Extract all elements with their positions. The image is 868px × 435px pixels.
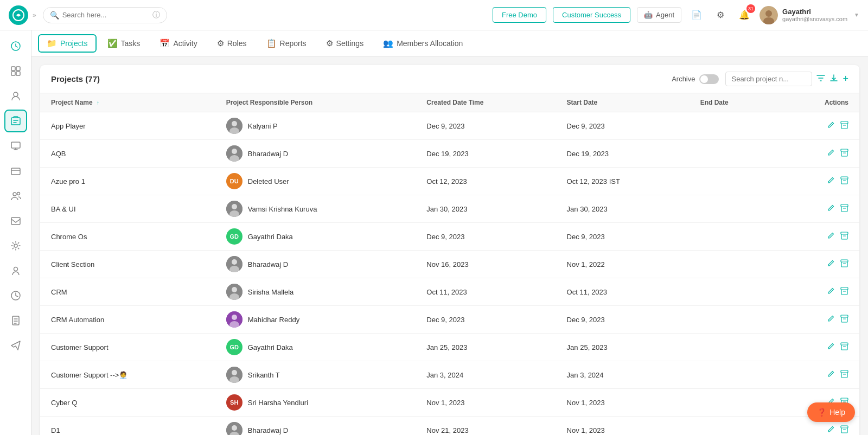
- table-row: Customer Support -->🧑‍💼 Srikanth T Jan 3…: [40, 361, 859, 389]
- sidebar-item-billing[interactable]: [4, 159, 27, 182]
- tab-settings[interactable]: ⚙ Settings: [317, 34, 373, 53]
- edit-button[interactable]: [827, 204, 835, 214]
- sidebar-item-projects[interactable]: [4, 110, 27, 132]
- archive-toggle-area: Archive: [672, 74, 719, 84]
- svg-rect-55: [841, 426, 848, 428]
- archive-row-button[interactable]: [840, 149, 848, 158]
- sidebar-item-docs[interactable]: [4, 309, 27, 332]
- svg-rect-28: [841, 177, 848, 179]
- tab-projects[interactable]: 📁 Projects: [38, 34, 97, 53]
- user-profile[interactable]: Gayathri gayathri@snovasys.com ▼: [760, 6, 859, 24]
- sidebar-item-send[interactable]: [4, 334, 27, 357]
- created-date-cell: Jan 30, 2023: [416, 195, 556, 223]
- tab-members[interactable]: 👥 Members Allocation: [374, 34, 471, 53]
- sidebar-item-user2[interactable]: [4, 259, 27, 282]
- edit-button[interactable]: [827, 176, 835, 186]
- archive-row-button[interactable]: [840, 425, 848, 435]
- start-date-cell: Nov 1, 2023: [556, 389, 690, 417]
- svg-rect-23: [841, 121, 848, 124]
- project-name-cell: Cyber Q: [40, 389, 215, 417]
- svg-point-35: [232, 259, 237, 265]
- settings-button[interactable]: ⚙: [712, 7, 729, 24]
- responsible-cell: Vamsi Krishna Kuruva: [215, 195, 416, 223]
- svg-rect-50: [841, 370, 848, 373]
- search-project-input[interactable]: [725, 72, 812, 86]
- edit-button[interactable]: [827, 287, 835, 297]
- archive-row-button[interactable]: [840, 342, 848, 352]
- sidebar-item-mail[interactable]: [4, 209, 27, 232]
- archive-row-button[interactable]: [840, 370, 848, 380]
- responsible-cell: DU Deleted User: [215, 168, 416, 195]
- sort-icon[interactable]: ↑: [97, 100, 99, 106]
- search-bar[interactable]: 🔍 ⓘ: [43, 7, 167, 23]
- edit-button[interactable]: [827, 121, 835, 131]
- download-icon[interactable]: [829, 74, 838, 85]
- archive-row-button[interactable]: [840, 176, 848, 186]
- filter-icon[interactable]: [816, 74, 825, 85]
- table-row: CRM Automation Mahidhar Reddy Dec 9, 202…: [40, 306, 859, 334]
- archive-row-button[interactable]: [840, 121, 848, 131]
- settings-nav-icon: ⚙: [326, 39, 333, 48]
- documents-button[interactable]: 📄: [688, 7, 705, 24]
- archive-toggle-switch[interactable]: [699, 74, 719, 84]
- sidebar-item-clock2[interactable]: [4, 284, 27, 307]
- responsible-name: Bharadwaj D: [248, 150, 288, 158]
- start-date-cell: Jan 3, 2024: [556, 361, 690, 389]
- sidebar-item-profile[interactable]: [4, 85, 27, 107]
- gear-icon: ⚙: [717, 10, 724, 20]
- customer-success-button[interactable]: Customer Success: [553, 7, 630, 23]
- responsible-cell: Bharadwaj D: [215, 417, 416, 436]
- tab-tasks[interactable]: ✅ Tasks: [99, 34, 149, 53]
- expand-icon[interactable]: »: [33, 11, 36, 19]
- info-icon[interactable]: ⓘ: [152, 10, 160, 20]
- responsible-name: Gayathri Daka: [248, 343, 293, 351]
- edit-button[interactable]: [827, 315, 835, 324]
- table-row: AQB Bharadwaj D Dec 19, 2023 Dec 19, 202…: [40, 140, 859, 168]
- tab-roles[interactable]: ⚙ Roles: [208, 34, 256, 53]
- sidebar: [0, 30, 31, 435]
- col-start-date: Start Date: [556, 93, 690, 112]
- edit-button[interactable]: [827, 232, 835, 241]
- actions-cell: [778, 223, 859, 251]
- archive-row-button[interactable]: [840, 204, 848, 214]
- projects-table: Project Name ↑ Project Responsible Perso…: [40, 93, 859, 435]
- sidebar-item-timetracker[interactable]: [4, 35, 27, 57]
- actions-cell: [778, 306, 859, 334]
- tab-reports[interactable]: 📋 Reports: [258, 34, 315, 53]
- edit-button[interactable]: [827, 259, 835, 269]
- help-label: Help: [829, 408, 845, 417]
- free-demo-button[interactable]: Free Demo: [493, 7, 546, 23]
- notifications-button[interactable]: 🔔 31: [736, 7, 753, 24]
- edit-button[interactable]: [827, 149, 835, 158]
- tab-activity[interactable]: 📅 Activity: [151, 34, 206, 53]
- sidebar-item-monitor[interactable]: [4, 135, 27, 157]
- sidebar-item-team[interactable]: [4, 184, 27, 207]
- search-input[interactable]: [62, 11, 149, 19]
- end-date-cell: [690, 306, 778, 334]
- archive-row-button[interactable]: [840, 232, 848, 241]
- table-row: Client Section Bharadwaj D Nov 16, 2023 …: [40, 251, 859, 278]
- archive-row-button[interactable]: [840, 315, 848, 324]
- responsible-name: Kalyani P: [248, 122, 278, 130]
- help-button[interactable]: ❓ Help: [807, 402, 855, 422]
- project-name-cell: Customer Support: [40, 334, 215, 361]
- archive-row-button[interactable]: [840, 287, 848, 297]
- projects-card: Projects (77) Archive: [40, 65, 859, 435]
- header-action-icons: +: [816, 73, 848, 85]
- sidebar-item-dashboard[interactable]: [4, 60, 27, 82]
- add-project-button[interactable]: +: [843, 73, 848, 85]
- sidebar-item-settings[interactable]: [4, 234, 27, 257]
- edit-button[interactable]: [827, 342, 835, 352]
- chevron-down-icon: ▼: [854, 12, 859, 18]
- archive-row-button[interactable]: [840, 259, 848, 269]
- agent-button[interactable]: 🤖 Agent: [637, 7, 681, 23]
- created-date-cell: Oct 11, 2023: [416, 278, 556, 306]
- top-header: » 🔍 ⓘ Free Demo Customer Success 🤖 Agent…: [0, 0, 868, 30]
- app-logo[interactable]: [9, 5, 28, 25]
- end-date-cell: [690, 334, 778, 361]
- svg-rect-27: [841, 149, 848, 151]
- edit-button[interactable]: [827, 370, 835, 380]
- svg-point-39: [232, 287, 237, 292]
- edit-button[interactable]: [827, 425, 835, 435]
- table-row: Cyber Q SH Sri Harsha Yendluri Nov 1, 20…: [40, 389, 859, 417]
